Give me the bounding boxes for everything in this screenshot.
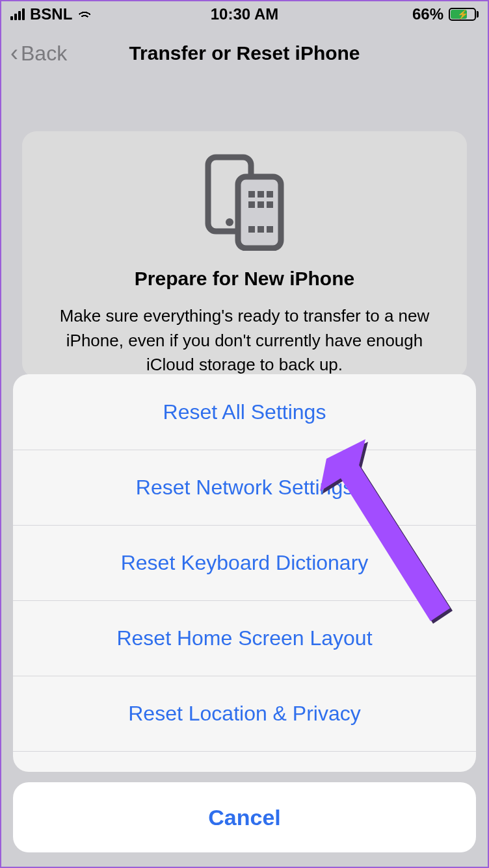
reset-home-screen-layout-button[interactable]: Reset Home Screen Layout [13, 600, 476, 676]
card-heading: Prepare for New iPhone [42, 268, 447, 290]
reset-keyboard-dictionary-button[interactable]: Reset Keyboard Dictionary [13, 525, 476, 600]
svg-point-1 [226, 218, 233, 226]
svg-rect-10 [258, 226, 264, 233]
prepare-card: Prepare for New iPhone Make sure everyth… [22, 131, 467, 377]
svg-rect-9 [248, 226, 255, 233]
svg-rect-8 [267, 201, 273, 208]
reset-all-settings-button[interactable]: Reset All Settings [13, 374, 476, 450]
reset-location-privacy-button[interactable]: Reset Location & Privacy [13, 676, 476, 751]
reset-options-group: Reset All Settings Reset Network Setting… [13, 374, 476, 772]
back-button[interactable]: ‹ Back [10, 42, 67, 66]
svg-rect-7 [258, 201, 264, 208]
page-title: Transfer or Reset iPhone [1, 42, 488, 64]
back-label: Back [21, 42, 67, 66]
card-body: Make sure everything's ready to transfer… [42, 304, 447, 377]
chevron-left-icon: ‹ [10, 42, 18, 65]
wifi-icon [77, 8, 92, 20]
status-bar: BSNL 10:30 AM 66% ⚡ [1, 1, 488, 27]
cancel-button[interactable]: Cancel [13, 782, 476, 852]
svg-rect-4 [258, 191, 264, 198]
svg-rect-5 [267, 191, 273, 198]
settings-screen: BSNL 10:30 AM 66% ⚡ ‹ Back Transfer or R… [1, 1, 488, 867]
two-phones-icon [199, 153, 290, 251]
nav-bar: ‹ Back Transfer or Reset iPhone [1, 27, 488, 79]
cell-signal-icon [10, 8, 25, 20]
action-sheet: Reset All Settings Reset Network Setting… [1, 374, 488, 867]
carrier-label: BSNL [30, 5, 72, 23]
svg-rect-2 [238, 177, 281, 248]
battery-percent: 66% [412, 5, 443, 23]
svg-rect-6 [248, 201, 255, 208]
svg-rect-3 [248, 191, 255, 198]
erase-all-content-button-peek[interactable] [13, 751, 476, 772]
reset-network-settings-button[interactable]: Reset Network Settings [13, 450, 476, 525]
clock: 10:30 AM [211, 5, 278, 23]
svg-rect-11 [267, 226, 273, 233]
battery-icon: ⚡ [449, 8, 479, 21]
